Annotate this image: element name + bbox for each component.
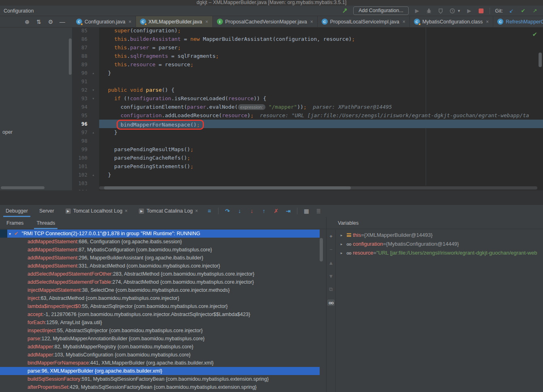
fold-end-icon[interactable]: ▴ — [87, 69, 99, 77]
evaluate-expression-icon[interactable]: ▦ — [303, 208, 310, 214]
code-editor[interactable]: 85 super(configuration);86 this.builderA… — [72, 27, 543, 190]
step-out-icon[interactable]: ↑ — [261, 208, 267, 214]
crosshair-icon[interactable]: ⊕ — [24, 19, 30, 25]
commit-icon[interactable]: ✔ — [520, 8, 526, 14]
variable-row[interactable]: ▸ooresource = "URL [jar:file:/Users/zeng… — [336, 249, 543, 257]
editor-tab[interactable]: CMybatisConfiguration.class× — [410, 16, 493, 27]
force-step-into-icon[interactable]: ↓ — [248, 208, 255, 214]
chevron-right-icon[interactable]: ▸ — [338, 249, 345, 257]
stack-frame-row[interactable]: inject:63, AbstractMethod {com.baomidou.… — [0, 294, 320, 302]
variable-row[interactable]: ▸ooconfiguration = {MybatisConfiguration… — [336, 240, 543, 249]
stack-frame-row[interactable]: bindMapperForNamespace:441, XMLMapperBui… — [0, 359, 320, 367]
chevron-right-icon[interactable]: ▸ — [338, 231, 345, 240]
move-down-icon[interactable]: ▼ — [327, 273, 335, 279]
debugger-tab-server[interactable]: Server — [34, 205, 60, 217]
run-icon[interactable]: ▶ — [414, 8, 420, 14]
debugger-tab-label: Debugger — [6, 208, 28, 214]
step-over-icon[interactable]: ↷ — [224, 208, 231, 214]
stack-frame-row[interactable]: lambda$inspectInject$0:55, AbstractSqlIn… — [0, 302, 320, 310]
gear-icon[interactable]: ⚙ — [47, 19, 54, 25]
stack-frame-row[interactable]: addMappedStatement:331, AbstractMethod {… — [0, 262, 320, 270]
stack-frame-row[interactable]: forEach:1259, ArrayList {java.util} — [0, 318, 320, 327]
run-to-cursor-icon[interactable]: ⇥ — [285, 208, 291, 214]
editor-tab-strip: ⊕ ⇅ ⚙ — CConfiguration.java×CXMLMapperBu… — [0, 16, 543, 27]
profiler-icon[interactable] — [449, 8, 456, 14]
run-alt-icon[interactable]: ▶ — [466, 8, 473, 14]
close-tab-icon[interactable]: × — [206, 19, 208, 25]
chevron-down-icon[interactable]: ▾ — [9, 232, 11, 236]
fold-start-icon[interactable]: ▾ — [87, 86, 99, 94]
fold-end-icon[interactable]: ▴ — [87, 128, 99, 137]
move-up-icon[interactable]: ▲ — [327, 259, 335, 266]
profiler-dropdown-icon[interactable]: ▼ — [457, 9, 461, 13]
push-icon[interactable]: ↗ — [532, 8, 538, 14]
debugger-tab-tomcat-localhost-log[interactable]: ▶Tomcat Localhost Log× — [60, 205, 134, 217]
line-number: 94 — [72, 103, 87, 111]
coverage-icon[interactable] — [437, 8, 444, 14]
stack-frame-row[interactable]: addMappedStatement:296, MapperBuilderAss… — [0, 254, 320, 262]
inspection-ok-icon[interactable]: ✔ — [532, 31, 537, 38]
frames-scrollbar[interactable] — [320, 238, 323, 261]
editor-tab[interactable]: IProposalCachedVersionMapper.java× — [213, 16, 318, 27]
scrollbar-thumb[interactable] — [104, 186, 351, 190]
step-into-icon[interactable]: ↓ — [236, 208, 243, 214]
stop-icon[interactable] — [478, 8, 484, 14]
duplicate-icon[interactable]: ⧉ — [327, 286, 335, 293]
left-panel-vertical-scrollbar[interactable] — [69, 38, 72, 75]
stack-frame-row[interactable]: parse:122, MybatisMapperAnnotationBuilde… — [0, 335, 320, 343]
editor-tab[interactable]: CProposalLocalServiceImpl.java× — [318, 16, 410, 27]
update-project-icon[interactable]: ↙ — [508, 8, 515, 14]
build-hammer-icon[interactable] — [341, 8, 348, 14]
editor-tab[interactable]: CRefreshMapperCache.java× — [493, 16, 543, 27]
code-line-95: 95 configuration.addLoadedResource(resou… — [72, 111, 543, 120]
add-configuration-button[interactable]: Add Configuration... — [353, 6, 409, 15]
hamburger-icon[interactable]: ≡ — [206, 208, 212, 214]
show-watches-icon[interactable]: oo — [327, 299, 335, 306]
left-panel-horizontal-scrollbar[interactable] — [1, 186, 45, 189]
close-tab-icon[interactable]: × — [125, 208, 127, 214]
fold-start-icon[interactable]: ▾ — [87, 94, 99, 103]
editor-vertical-scrollbar[interactable] — [539, 53, 542, 67]
editor-tab[interactable]: CXMLMapperBuilder.java× — [136, 16, 213, 27]
split-icon[interactable]: ⇅ — [36, 19, 42, 25]
frame-method: addMappedStatement — [28, 247, 77, 253]
breadcrumb[interactable]: Configuration — [0, 8, 34, 14]
drop-frame-icon[interactable]: ✗ — [273, 208, 279, 214]
stack-frame-row[interactable]: parse:96, XMLMapperBuilder {org.apache.i… — [0, 367, 320, 375]
fold-plus-icon[interactable]: + — [87, 188, 99, 190]
stack-frame-row[interactable]: addMapper:82, MybatisMapperRegistry {com… — [0, 343, 320, 351]
editor-horizontal-scrollbar[interactable] — [99, 186, 537, 190]
close-tab-icon[interactable]: × — [129, 19, 132, 25]
stack-frame-row[interactable]: afterPropertiesSet:429, MybatisSqlSessio… — [0, 383, 320, 391]
thread-row[interactable]: ▾✔"RMI TCP Connection(2)-127.0.0.1"@1,87… — [0, 230, 320, 238]
stack-frame-row[interactable]: injectMappedStatement:38, SelectOne {com… — [0, 286, 320, 294]
add-watch-icon[interactable]: + — [327, 233, 335, 239]
close-tab-icon[interactable]: × — [310, 19, 313, 25]
tab-frames[interactable]: Frames — [0, 217, 30, 229]
editor-tab[interactable]: CConfiguration.java× — [72, 16, 136, 27]
chevron-right-icon[interactable]: ▸ — [338, 240, 345, 249]
close-tab-icon[interactable]: × — [195, 208, 198, 214]
close-tab-icon[interactable]: × — [486, 19, 489, 25]
stack-frame-row[interactable]: buildSqlSessionFactory:591, MybatisSqlSe… — [0, 375, 320, 383]
gutter-cell: 93▾ — [72, 94, 99, 103]
debug-icon[interactable] — [426, 8, 432, 14]
stack-frame-row[interactable]: accept:-1, 212870676 {com.baomidou.mybat… — [0, 310, 320, 318]
stack-frame-row[interactable]: addSelectMappedStatementForTable:274, Ab… — [0, 278, 320, 286]
hide-icon[interactable]: — — [59, 19, 66, 25]
remove-watch-icon[interactable]: − — [327, 246, 335, 253]
debugger-tab-tomcat-catalina-log[interactable]: ▶Tomcat Catalina Log× — [133, 205, 204, 217]
debugger-tab-debugger[interactable]: Debugger — [0, 205, 34, 217]
stack-frame-row[interactable]: addMapper:103, MybatisConfiguration {com… — [0, 351, 320, 359]
layout-settings-icon[interactable]: ≣ — [315, 208, 322, 214]
stack-frame-row[interactable]: addMappedStatement:686, Configuration {o… — [0, 238, 320, 246]
tab-threads[interactable]: Threads — [30, 217, 62, 229]
close-tab-icon[interactable]: × — [403, 19, 405, 25]
stack-frame-row[interactable]: addSelectMappedStatementForOther:283, Ab… — [0, 270, 320, 278]
variable-row[interactable]: ▸this = {XMLMapperBuilder@14493} — [336, 231, 543, 240]
stack-frame-row[interactable]: addMappedStatement:87, MybatisConfigurat… — [0, 246, 320, 254]
fold-end-icon[interactable]: ▴ — [87, 171, 99, 179]
stack-frame-row[interactable]: inspectInject:55, AbstractSqlInjector {c… — [0, 327, 320, 335]
editor-tab-label: ProposalCachedVersionMapper.java — [225, 19, 307, 25]
code-lines: 85 super(configuration);86 this.builderA… — [72, 27, 543, 190]
